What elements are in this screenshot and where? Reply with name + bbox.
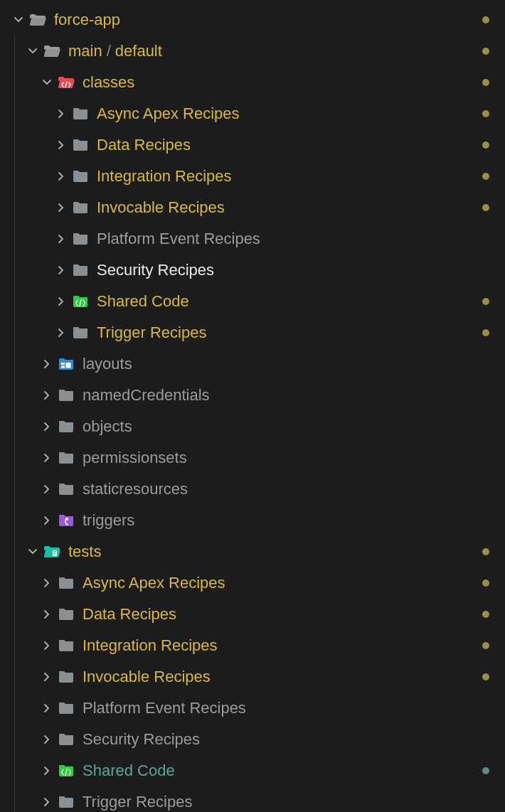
tree-item-label: Platform Event Recipes [83, 699, 246, 717]
folder-named-credentials[interactable]: namedCredentials [0, 380, 505, 411]
folder-integration-recipes[interactable]: Integration Recipes [0, 161, 505, 192]
tree-item-label: namedCredentials [83, 386, 210, 405]
chevron-right-icon[interactable] [54, 326, 68, 340]
folder-shared-code[interactable]: Shared Code [0, 286, 505, 317]
chevron-down-icon[interactable] [26, 44, 40, 58]
tree-item-label: staticresources [83, 480, 188, 498]
folder-icon [71, 262, 90, 278]
folder-tests-shared-code[interactable]: Shared Code [0, 755, 505, 786]
chevron-right-icon[interactable] [40, 795, 54, 809]
folder-icon [57, 638, 75, 653]
folder-icon [57, 700, 75, 716]
modified-status-dot [482, 48, 489, 55]
chevron-right-icon[interactable] [54, 232, 68, 246]
folder-permissionsets[interactable]: permissionsets [0, 442, 505, 474]
folder-tests-async-apex-recipes[interactable]: Async Apex Recipes [0, 567, 505, 599]
folder-icon [28, 12, 47, 28]
folder-data-recipes[interactable]: Data Recipes [0, 129, 505, 161]
modified-status-dot [482, 204, 489, 211]
folder-security-recipes[interactable]: Security Recipes [0, 255, 505, 286]
chevron-right-icon[interactable] [40, 639, 54, 653]
path-separator: / [107, 42, 111, 60]
folder-force-app[interactable]: force-app [0, 4, 505, 36]
folder-platform-event-recipes[interactable]: Platform Event Recipes [0, 223, 505, 255]
folder-icon [57, 575, 75, 591]
chevron-right-icon[interactable] [40, 357, 54, 371]
tree-item-label: Trigger Recipes [83, 793, 192, 811]
chevron-right-icon[interactable] [40, 482, 54, 496]
folder-tests-security-recipes[interactable]: Security Recipes [0, 724, 505, 755]
folder-icon [71, 137, 90, 153]
modified-status-dot [482, 673, 489, 680]
folder-icon [71, 169, 90, 184]
folder-tests-integration-recipes[interactable]: Integration Recipes [0, 630, 505, 661]
folder-layouts[interactable]: layouts [0, 348, 505, 380]
tree-item-label: permissionsets [83, 449, 187, 467]
chevron-right-icon[interactable] [40, 732, 54, 747]
tree-item-label: layouts [83, 355, 132, 373]
modified-status-dot [482, 642, 489, 649]
tree-item-label: Integration Recipes [97, 167, 232, 186]
chevron-right-icon[interactable] [40, 513, 54, 528]
folder-invocable-recipes[interactable]: Invocable Recipes [0, 192, 505, 223]
folder-icon [57, 75, 75, 90]
folder-classes[interactable]: classes [0, 67, 505, 98]
tree-item-label: Security Recipes [83, 730, 200, 749]
folder-tests-invocable-recipes[interactable]: Invocable Recipes [0, 661, 505, 693]
chevron-right-icon[interactable] [54, 169, 68, 183]
tree-item-label: main [68, 42, 102, 60]
folder-icon [71, 294, 90, 309]
folder-trigger-recipes[interactable]: Trigger Recipes [0, 317, 505, 348]
chevron-right-icon[interactable] [40, 701, 54, 715]
chevron-right-icon[interactable] [54, 107, 68, 121]
folder-triggers[interactable]: triggers [0, 505, 505, 536]
folder-tests-trigger-recipes[interactable]: Trigger Recipes [0, 786, 505, 812]
chevron-down-icon[interactable] [11, 13, 26, 27]
modified-status-dot [482, 110, 489, 117]
modified-status-dot [482, 16, 489, 23]
tree-item-label: Shared Code [97, 292, 189, 311]
modified-status-dot [482, 173, 489, 180]
modified-status-dot [482, 298, 489, 305]
folder-icon [57, 607, 75, 622]
tree-item-label: Data Recipes [97, 136, 191, 154]
modified-status-dot [482, 141, 489, 149]
folder-icon [71, 325, 90, 341]
modified-status-dot [482, 79, 489, 86]
chevron-right-icon[interactable] [40, 451, 54, 465]
folder-tests-platform-event-recipes[interactable]: Platform Event Recipes [0, 693, 505, 724]
folder-icon [57, 356, 75, 372]
chevron-right-icon[interactable] [54, 294, 68, 309]
chevron-right-icon[interactable] [40, 670, 54, 684]
chevron-right-icon[interactable] [40, 607, 54, 621]
chevron-right-icon[interactable] [54, 263, 68, 277]
svg-rect-2 [66, 363, 71, 368]
chevron-down-icon[interactable] [40, 75, 54, 90]
folder-objects[interactable]: objects [0, 411, 505, 442]
tree-item-label: force-app [54, 11, 120, 29]
chevron-right-icon[interactable] [40, 764, 54, 778]
folder-tests[interactable]: tests [0, 536, 505, 567]
folder-icon [43, 544, 61, 560]
tree-item-label: default [115, 42, 162, 60]
modified-status-dot [482, 548, 489, 555]
folder-icon [57, 794, 75, 810]
chevron-right-icon[interactable] [40, 420, 54, 434]
chevron-right-icon[interactable] [54, 138, 68, 152]
folder-async-apex-recipes[interactable]: Async Apex Recipes [0, 98, 505, 129]
chevron-down-icon[interactable] [26, 545, 40, 559]
folder-icon [57, 388, 75, 403]
chevron-right-icon[interactable] [40, 576, 54, 590]
svg-rect-5 [53, 551, 56, 552]
tree-item-label: classes [83, 73, 134, 92]
folder-main-default[interactable]: main/default [0, 36, 505, 67]
tree-item-label: Async Apex Recipes [97, 105, 240, 123]
folder-tests-data-recipes[interactable]: Data Recipes [0, 599, 505, 630]
folder-icon [57, 450, 75, 466]
folder-icon [71, 200, 90, 215]
svg-point-4 [54, 552, 55, 554]
folder-staticresources[interactable]: staticresources [0, 474, 505, 505]
chevron-right-icon[interactable] [54, 201, 68, 215]
folder-icon [57, 732, 75, 747]
chevron-right-icon[interactable] [40, 388, 54, 402]
